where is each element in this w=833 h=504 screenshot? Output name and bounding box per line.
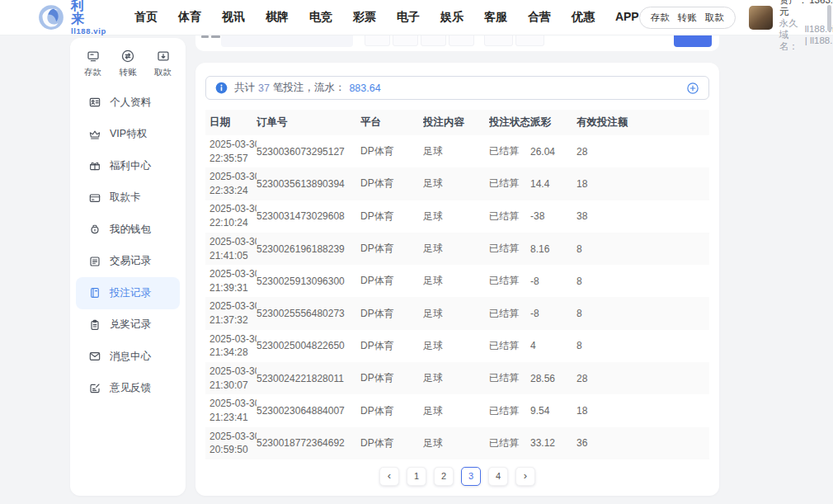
bet-content: 足球 <box>423 177 489 191</box>
nav-item[interactable]: 优惠 <box>572 10 595 25</box>
order-number: 5230018772364692 <box>256 437 360 449</box>
platform: DP体育 <box>360 210 423 224</box>
deposit-icon <box>86 49 101 64</box>
sidebar-menu-item[interactable]: 福利中心 <box>76 150 180 182</box>
user-block[interactable]: anxin3399总资产：1363.49元 永久域名：ll188.vip | l… <box>749 0 833 52</box>
payout: -8 <box>530 276 577 287</box>
valid-amount: 8 <box>577 340 709 351</box>
bet-status: 已结算 <box>489 144 530 158</box>
sidebar-quick-actions: 存款 转账 取款 <box>70 38 186 78</box>
top-navbar: 利 来 ll188.vip 首页 体育 视讯 棋牌 电竞 彩票 电子 娱乐 <box>0 0 833 35</box>
avatar[interactable] <box>749 6 773 30</box>
brand-title: 利 来 <box>71 0 106 26</box>
page-number-button[interactable]: 1 <box>407 467 426 486</box>
sidebar-menu-item[interactable]: VIP特权 <box>76 119 180 151</box>
payout: 26.04 <box>530 146 577 158</box>
nav-item[interactable]: 彩票 <box>353 10 376 25</box>
wallet-link[interactable]: 转账 <box>678 12 697 24</box>
table-row: 2025-03-30 21:37:32 5230025556480273 DP体… <box>205 297 709 329</box>
platform: DP体育 <box>360 404 423 418</box>
col-platform: 平台 <box>360 115 423 130</box>
col-content: 投注内容 <box>423 115 489 130</box>
bet-status: 已结算 <box>489 274 530 288</box>
table-row: 2025-03-30 21:23:41 5230023064884007 DP体… <box>205 394 709 426</box>
nav-item[interactable]: 客服 <box>484 10 507 25</box>
prev-page-button[interactable]: ‹ <box>379 467 399 486</box>
nav-item[interactable]: 电子 <box>397 10 420 25</box>
platform: DP体育 <box>360 436 423 450</box>
order-number: 5230024221828011 <box>256 373 360 384</box>
sidebar-menu-label: 投注记录 <box>110 286 151 300</box>
order-number: 5230025913096300 <box>256 276 360 287</box>
sidebar-menu-item[interactable]: 投注记录 <box>76 277 180 309</box>
next-page-button[interactable]: › <box>515 467 535 486</box>
sidebar: 存款 转账 取款 个人资料 <box>70 38 186 496</box>
page-scrollbar[interactable] <box>827 5 831 31</box>
page-number-button[interactable]: 4 <box>488 467 508 486</box>
cutoff-label-fragment <box>201 35 209 38</box>
quick-action[interactable]: 取款 <box>154 49 172 78</box>
sidebar-menu-item[interactable]: 交易记录 <box>76 246 180 278</box>
nav-item[interactable]: 视讯 <box>222 10 245 25</box>
nav-item[interactable]: APP <box>615 10 639 25</box>
platform: DP体育 <box>360 242 423 256</box>
wallet-link[interactable]: 取款 <box>705 12 724 24</box>
quick-action[interactable]: 转账 <box>120 49 137 78</box>
sidebar-menu-item[interactable]: 意见反馈 <box>76 373 180 405</box>
table-header: 日期 订单号 平台 投注内容 投注状态 派彩 有效投注额 <box>205 110 709 135</box>
platform: DP体育 <box>360 177 423 191</box>
col-payout: 派彩 <box>530 115 577 130</box>
sidebar-menu-item[interactable]: 兑奖记录 <box>76 309 180 341</box>
col-date: 日期 <box>205 115 256 130</box>
bet-content: 足球 <box>423 404 489 418</box>
quick-action-label: 取款 <box>154 67 172 78</box>
order-number: 5230031473029608 <box>256 210 360 222</box>
nav-item[interactable]: 首页 <box>134 10 158 25</box>
wallet-link[interactable]: 存款 <box>651 12 670 24</box>
platform: DP体育 <box>360 307 423 321</box>
page-number-button[interactable]: 3 <box>461 467 481 486</box>
bet-time: 21:41:05 <box>209 249 256 263</box>
bet-content: 足球 <box>423 144 489 158</box>
bet-date: 2025-03-30 <box>209 138 256 152</box>
domain-label: 永久域名： <box>779 17 802 52</box>
platform: DP体育 <box>360 339 423 353</box>
pagination: ‹ 1 2 3 4 › <box>205 467 709 486</box>
nav-item[interactable]: 娱乐 <box>440 10 464 25</box>
sidebar-menu-label: 我的钱包 <box>110 223 151 237</box>
table-row: 2025-03-30 21:39:31 5230025913096300 DP体… <box>205 265 709 297</box>
valid-amount: 18 <box>577 178 709 190</box>
payout: 14.4 <box>530 178 577 190</box>
bet-content: 足球 <box>423 307 489 321</box>
sidebar-menu-item[interactable]: 消息中心 <box>76 341 180 373</box>
brand-logo[interactable]: 利 来 ll188.vip <box>37 0 106 35</box>
bet-time: 21:39:31 <box>209 281 256 295</box>
table-row: 2025-03-30 22:10:24 5230031473029608 DP体… <box>205 200 709 233</box>
bet-status: 已结算 <box>489 210 530 224</box>
sidebar-menu-item[interactable]: 取款卡 <box>76 182 180 214</box>
sidebar-menu-label: 福利中心 <box>110 159 151 173</box>
bet-records-icon <box>88 286 101 299</box>
sidebar-menu-label: 消息中心 <box>110 350 151 364</box>
expand-plus-icon[interactable] <box>686 82 699 95</box>
valid-amount: 8 <box>577 276 709 287</box>
nav-item[interactable]: 电竞 <box>309 10 332 25</box>
nav-item[interactable]: 合营 <box>528 10 551 25</box>
bet-date: 2025-03-30 <box>209 430 256 444</box>
sidebar-menu-item[interactable]: 我的钱包 <box>76 214 180 246</box>
page: 利 来 ll188.vip 首页 体育 视讯 棋牌 电竞 彩票 电子 娱乐 <box>0 0 833 504</box>
nav-item[interactable]: 棋牌 <box>266 10 289 25</box>
nav-item[interactable]: 体育 <box>178 10 201 25</box>
platform: DP体育 <box>360 274 423 288</box>
col-valid: 有效投注额 <box>577 115 709 130</box>
table-row: 2025-03-30 21:30:07 5230024221828011 DP体… <box>205 362 709 394</box>
sidebar-menu-item[interactable]: 个人资料 <box>76 87 180 119</box>
cutoff-label-fragment <box>211 35 220 38</box>
bet-status: 已结算 <box>489 404 530 418</box>
summary-prefix: 共计 <box>234 81 255 95</box>
order-number: 5230026196188239 <box>256 243 360 255</box>
quick-action[interactable]: 存款 <box>84 49 101 78</box>
bet-time: 21:23:41 <box>209 411 256 425</box>
profile-icon <box>88 96 101 109</box>
page-number-button[interactable]: 2 <box>434 467 454 486</box>
